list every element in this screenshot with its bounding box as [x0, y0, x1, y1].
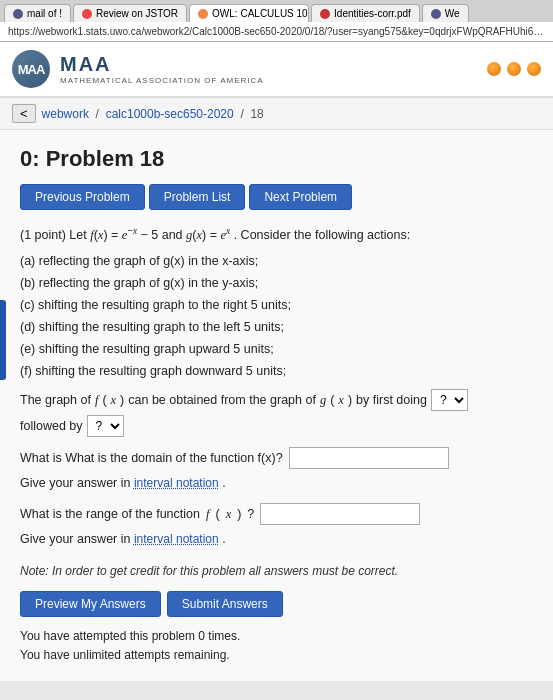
graph-paren1: (: [102, 390, 106, 410]
attempts-line2: You have unlimited attempts remaining.: [20, 646, 533, 665]
range-x: x: [226, 504, 232, 524]
tab-label-mail: mail of !: [27, 8, 62, 19]
range-paren1: (: [215, 504, 219, 524]
tab-owl[interactable]: OWL: CALCULUS 1000B 65: [189, 4, 309, 22]
main-content: 0: Problem 18 Previous Problem Problem L…: [0, 130, 553, 681]
tab-icon-pdf: [320, 9, 330, 19]
maa-header: MAA MAA MATHEMATICAL ASSOCIATION OF AMER…: [0, 42, 553, 98]
note-text: Note: In order to get credit for this pr…: [20, 562, 533, 581]
range-fx: f: [206, 504, 209, 524]
back-button[interactable]: <: [12, 104, 36, 123]
next-problem-button[interactable]: Next Problem: [249, 184, 352, 210]
maa-logo: MAA: [12, 50, 50, 88]
tab-label-owl: OWL: CALCULUS 1000B 65: [212, 8, 309, 19]
bottom-btn-group: Preview My Answers Submit Answers: [20, 591, 533, 617]
tab-icon-we: [431, 9, 441, 19]
maa-text-block: MAA MATHEMATICAL ASSOCIATION OF AMERICA: [60, 53, 264, 85]
intro-minus5: − 5 and: [141, 228, 187, 242]
range-input[interactable]: [260, 503, 420, 525]
tab-label-jstor: Review on JSTOR: [96, 8, 178, 19]
range-question-end: ?: [247, 504, 254, 524]
tab-icon-owl: [198, 9, 208, 19]
action-f: (f) shifting the resulting graph downwar…: [20, 361, 533, 381]
graph-x1: x: [111, 390, 117, 410]
submit-answers-button[interactable]: Submit Answers: [167, 591, 283, 617]
range-question-text: What is the range of the function: [20, 504, 200, 524]
action-b: (b) reflecting the graph of g(x) in the …: [20, 273, 533, 293]
first-action-dropdown[interactable]: ? a b c d e f: [431, 389, 468, 411]
maa-header-right: [487, 62, 541, 76]
range-interval-link[interactable]: interval notation: [134, 532, 219, 546]
action-a-text: (a) reflecting the graph of g(x) in the …: [20, 254, 258, 268]
action-b-text: (b) reflecting the graph of g(x) in the …: [20, 276, 258, 290]
side-bar-highlight: [0, 300, 6, 380]
intro-end: . Consider the following actions:: [234, 228, 410, 242]
range-paren1c: ): [237, 504, 241, 524]
action-e-text: (e) shifting the resulting graph upward …: [20, 342, 274, 356]
graph-dropdown-row: The graph of f(x) can be obtained from t…: [20, 389, 533, 437]
previous-problem-button[interactable]: Previous Problem: [20, 184, 145, 210]
tab-label-pdf: Identities-corr.pdf: [334, 8, 411, 19]
intro-exp2: x: [226, 226, 230, 236]
action-list: (a) reflecting the graph of g(x) in the …: [20, 251, 533, 381]
problem-intro: (1 point) Let f(x) = e−x − 5 and g(x) = …: [20, 224, 533, 245]
breadcrumb-current: 18: [250, 107, 263, 121]
action-c-text: (c) shifting the resulting graph to the …: [20, 298, 291, 312]
range-note-row: Give your answer in interval notation .: [20, 529, 533, 549]
breadcrumb-link-course[interactable]: calc1000b-sec650-2020: [106, 107, 234, 121]
maa-title: MAA: [60, 53, 264, 76]
maa-logo-text: MAA: [18, 62, 45, 77]
tab-pdf[interactable]: Identities-corr.pdf: [311, 4, 420, 22]
graph-text-before: The graph of: [20, 390, 91, 410]
problem-title: 0: Problem 18: [20, 146, 533, 172]
domain-question-row: What is What is the domain of the functi…: [20, 447, 533, 469]
url-text: https://webwork1.stats.uwo.ca/webwork2/C…: [8, 26, 546, 37]
graph-fx: f: [95, 390, 98, 410]
intro-text: (1 point) Let: [20, 228, 90, 242]
action-d: (d) shifting the resulting graph to the …: [20, 317, 533, 337]
action-f-text: (f) shifting the resulting graph downwar…: [20, 364, 286, 378]
action-c: (c) shifting the resulting graph to the …: [20, 295, 533, 315]
tab-mail[interactable]: mail of !: [4, 4, 71, 22]
domain-note-suffix: .: [222, 476, 225, 490]
domain-question-text: What is What is the domain of the functi…: [20, 448, 283, 468]
graph-can-be: can be obtained from the graph of: [128, 390, 316, 410]
domain-note-prefix: Give your answer in: [20, 476, 134, 490]
browser-tabs: mail of ! Review on JSTOR OWL: CALCULUS …: [0, 0, 553, 22]
graph-paren2: (: [330, 390, 334, 410]
graph-paren1c: ): [120, 390, 124, 410]
preview-answers-button[interactable]: Preview My Answers: [20, 591, 161, 617]
graph-by-first-doing: by first doing: [356, 390, 427, 410]
problem-list-button[interactable]: Problem List: [149, 184, 246, 210]
graph-paren2c: ): [348, 390, 352, 410]
range-note-prefix: Give your answer in: [20, 532, 134, 546]
tab-icon-mail: [13, 9, 23, 19]
range-question-row: What is the range of the function f(x) ?: [20, 503, 533, 525]
orange-dot-1: [487, 62, 501, 76]
domain-input[interactable]: [289, 447, 449, 469]
intro-equals: =: [111, 228, 122, 242]
intro-paren-close: ): [103, 228, 107, 242]
action-e: (e) shifting the resulting graph upward …: [20, 339, 533, 359]
action-a: (a) reflecting the graph of g(x) in the …: [20, 251, 533, 271]
orange-dot-3: [527, 62, 541, 76]
action-d-text: (d) shifting the resulting graph to the …: [20, 320, 284, 334]
graph-gx: g: [320, 390, 326, 410]
intro-equals2: =: [210, 228, 221, 242]
problem-body: (1 point) Let f(x) = e−x − 5 and g(x) = …: [20, 224, 533, 665]
breadcrumb-link-webwork[interactable]: webwork: [42, 107, 89, 121]
range-note-suffix: .: [222, 532, 225, 546]
intro-paren2c: ): [202, 228, 206, 242]
address-bar[interactable]: https://webwork1.stats.uwo.ca/webwork2/C…: [0, 22, 553, 42]
attempts-text: You have attempted this problem 0 times.…: [20, 627, 533, 665]
graph-x2: x: [338, 390, 344, 410]
tab-we[interactable]: We: [422, 4, 469, 22]
tab-label-we: We: [445, 8, 460, 19]
second-action-dropdown[interactable]: ? a b c d e f: [87, 415, 124, 437]
tab-jstor[interactable]: Review on JSTOR: [73, 4, 187, 22]
domain-interval-link[interactable]: interval notation: [134, 476, 219, 490]
breadcrumb: webwork / calc1000b-sec650-2020 / 18: [42, 107, 264, 121]
breadcrumb-bar: < webwork / calc1000b-sec650-2020 / 18: [0, 98, 553, 130]
tab-icon-jstor: [82, 9, 92, 19]
orange-dot-2: [507, 62, 521, 76]
